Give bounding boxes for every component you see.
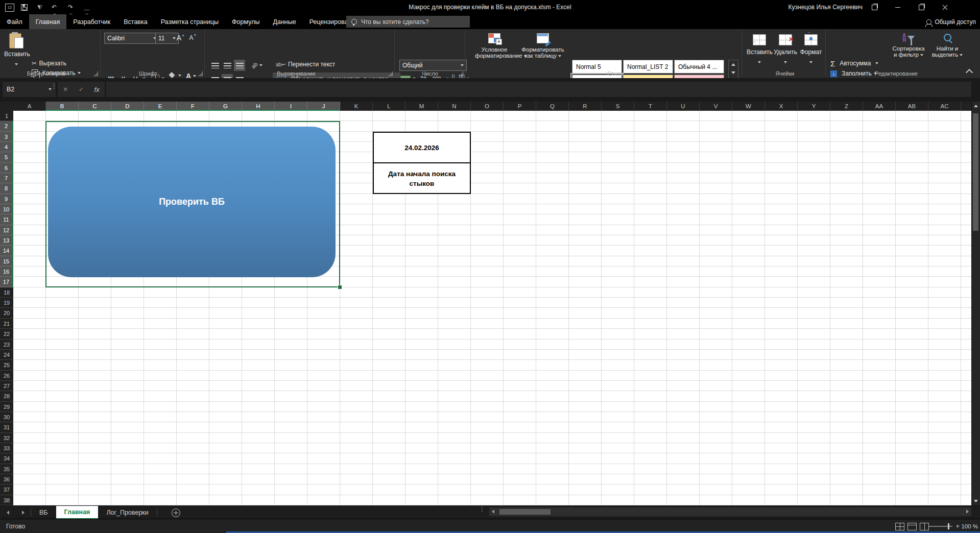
wrap-text-button[interactable]: ab↩ Перенести текст bbox=[276, 60, 335, 69]
column-header-AA[interactable]: AA bbox=[863, 102, 896, 111]
column-header-X[interactable]: X bbox=[765, 102, 798, 111]
row-header-36[interactable]: 36 bbox=[0, 474, 13, 484]
column-header-K[interactable]: K bbox=[340, 102, 373, 111]
row-header-12[interactable]: 12 bbox=[0, 225, 13, 235]
account-name[interactable]: Кузнецов Илья Сергеевич bbox=[788, 0, 863, 14]
row-header-15[interactable]: 15 bbox=[0, 256, 13, 266]
row-header-11[interactable]: 11 bbox=[0, 214, 13, 225]
column-header-Y[interactable]: Y bbox=[798, 102, 830, 111]
shrink-font-button[interactable]: А▼ bbox=[188, 32, 198, 43]
sheet-tab-Лог_Проверки[interactable]: Лог_Проверки bbox=[98, 506, 156, 519]
grow-font-button[interactable]: А▲ bbox=[176, 32, 186, 43]
row-header-26[interactable]: 26 bbox=[0, 371, 13, 381]
row-header-34[interactable]: 34 bbox=[0, 453, 13, 464]
row-header-5[interactable]: 5 bbox=[0, 152, 13, 162]
formula-input[interactable] bbox=[106, 82, 971, 97]
column-header-I[interactable]: I bbox=[275, 102, 307, 111]
style-Обычный 4 ...[interactable]: Обычный 4 ... bbox=[674, 60, 724, 74]
row-header-4[interactable]: 4 bbox=[0, 142, 13, 152]
restore-button[interactable] bbox=[910, 0, 933, 14]
row-header-13[interactable]: 13 bbox=[0, 235, 13, 246]
row-header-17[interactable]: 17 bbox=[0, 277, 13, 287]
row-header-1[interactable]: 1 bbox=[0, 111, 13, 121]
row-header-20[interactable]: 20 bbox=[0, 308, 13, 318]
minimize-button[interactable] bbox=[886, 0, 910, 14]
ribbon-tab-Данные[interactable]: Данные bbox=[267, 14, 303, 29]
sort-filter-button[interactable]: АЯ Сортировкаи фильтр bbox=[889, 32, 928, 58]
horizontal-scroll-thumb[interactable] bbox=[499, 509, 551, 515]
column-header-C[interactable]: C bbox=[79, 102, 111, 111]
horizontal-scrollbar[interactable] bbox=[489, 507, 971, 516]
column-header-J[interactable]: J bbox=[307, 102, 340, 111]
sheet-tab-ВБ[interactable]: ВБ bbox=[31, 506, 56, 519]
vertical-scroll-thumb[interactable] bbox=[973, 113, 978, 231]
date-caption-cell[interactable]: Дата начала поискастыков bbox=[374, 163, 470, 193]
scroll-down-icon[interactable] bbox=[974, 500, 978, 502]
number-format-select[interactable]: Общий bbox=[399, 60, 467, 71]
row-header-9[interactable]: 9 bbox=[0, 194, 13, 204]
column-header-Z[interactable]: Z bbox=[830, 102, 863, 111]
row-header-19[interactable]: 19 bbox=[0, 298, 13, 308]
ribbon-tab-Вставка[interactable]: Вставка bbox=[117, 14, 154, 29]
column-header-T[interactable]: T bbox=[634, 102, 667, 111]
tab-scroll-splitter[interactable]: ⋮ bbox=[479, 507, 485, 511]
confirm-entry-icon[interactable]: ✓ bbox=[79, 86, 84, 93]
ribbon-tab-Главная[interactable]: Главная bbox=[29, 14, 67, 29]
tell-me-search[interactable]: Что вы хотите сделать? bbox=[346, 16, 470, 28]
hscroll-left-icon[interactable] bbox=[492, 510, 494, 514]
row-header-8[interactable]: 8 bbox=[0, 183, 13, 193]
row-header-38[interactable]: 38 bbox=[0, 495, 13, 505]
sheet-tab-Главная[interactable]: Главная bbox=[56, 506, 99, 519]
row-header-21[interactable]: 21 bbox=[0, 319, 13, 329]
column-header-G[interactable]: G bbox=[209, 102, 242, 111]
row-header-27[interactable]: 27 bbox=[0, 381, 13, 391]
column-header-O[interactable]: O bbox=[471, 102, 504, 111]
gallery-scroll-up-icon[interactable] bbox=[731, 63, 735, 66]
cut-button[interactable]: ✂ Вырезать bbox=[32, 59, 66, 68]
scroll-up-icon[interactable] bbox=[974, 105, 978, 107]
row-header-28[interactable]: 28 bbox=[0, 391, 13, 401]
row-header-6[interactable]: 6 bbox=[0, 163, 13, 173]
column-header-V[interactable]: V bbox=[700, 102, 732, 111]
orientation-button[interactable]: ab bbox=[249, 60, 265, 71]
column-header-U[interactable]: U bbox=[667, 102, 700, 111]
zoom-level[interactable]: 100 % bbox=[961, 519, 978, 533]
column-header-P[interactable]: P bbox=[504, 102, 536, 111]
column-header-B[interactable]: B bbox=[46, 102, 79, 111]
row-header-32[interactable]: 32 bbox=[0, 433, 13, 443]
ribbon-tab-Разработчик[interactable]: Разработчик bbox=[66, 14, 117, 29]
row-header-14[interactable]: 14 bbox=[0, 246, 13, 256]
font-family-select[interactable]: Calibri bbox=[104, 33, 159, 44]
row-header-31[interactable]: 31 bbox=[0, 422, 13, 432]
insert-cells-button[interactable]: ← Вставить bbox=[747, 32, 772, 66]
hscroll-right-icon[interactable] bbox=[966, 510, 969, 514]
name-box[interactable]: B2 bbox=[3, 82, 56, 97]
row-header-22[interactable]: 22 bbox=[0, 329, 13, 339]
column-header-H[interactable]: H bbox=[242, 102, 275, 111]
row-header-30[interactable]: 30 bbox=[0, 412, 13, 422]
paste-button[interactable]: Вставить bbox=[4, 32, 29, 71]
ribbon-tab-Разметка страницы[interactable]: Разметка страницы bbox=[154, 14, 225, 29]
new-sheet-button[interactable] bbox=[172, 508, 180, 517]
insert-function-icon[interactable]: fx bbox=[94, 86, 100, 93]
alignment-dialog-launcher[interactable] bbox=[388, 71, 393, 76]
column-header-W[interactable]: W bbox=[732, 102, 765, 111]
find-select-button[interactable]: Найти ивыделить bbox=[930, 32, 964, 58]
start-date-cell[interactable]: 24.02.2026 bbox=[374, 133, 470, 163]
row-header-24[interactable]: 24 bbox=[0, 350, 13, 360]
row-header-18[interactable]: 18 bbox=[0, 287, 13, 298]
sheet-nav-right[interactable] bbox=[15, 506, 31, 519]
fill-handle[interactable] bbox=[338, 285, 342, 289]
ribbon-display-options-button[interactable] bbox=[863, 0, 886, 14]
zoom-slider-thumb[interactable] bbox=[948, 523, 949, 529]
column-header-AD[interactable]: AD bbox=[961, 102, 971, 111]
gallery-scroll-down-icon[interactable] bbox=[731, 71, 735, 74]
number-dialog-launcher[interactable] bbox=[459, 71, 463, 76]
column-header-N[interactable]: N bbox=[438, 102, 471, 111]
column-header-L[interactable]: L bbox=[373, 102, 405, 111]
row-header-35[interactable]: 35 bbox=[0, 464, 13, 474]
align-top-button[interactable] bbox=[209, 60, 221, 71]
column-header-S[interactable]: S bbox=[602, 102, 634, 111]
row-header-37[interactable]: 37 bbox=[0, 484, 13, 495]
page-break-view-icon[interactable] bbox=[920, 523, 929, 530]
